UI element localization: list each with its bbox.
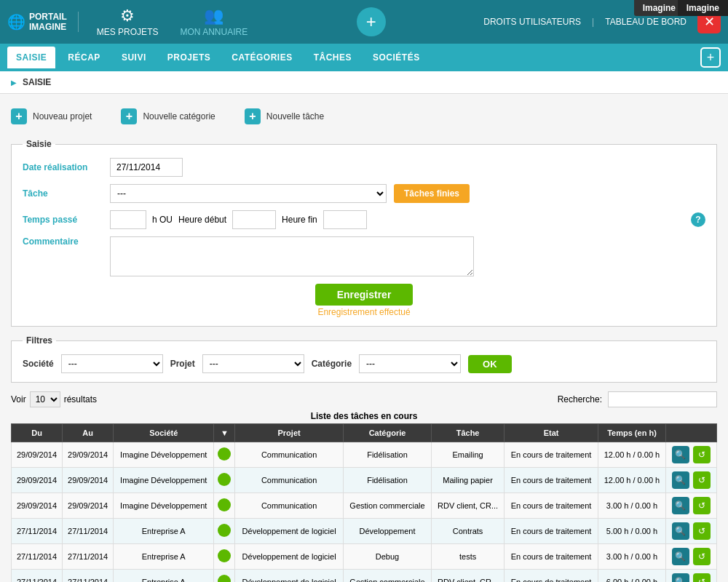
- cell-du: 29/09/2014: [12, 442, 63, 468]
- edit-button[interactable]: ↺: [693, 471, 711, 489]
- view-button[interactable]: 🔍: [672, 522, 689, 540]
- col-sort[interactable]: ▼: [214, 424, 235, 442]
- cell-etat: En cours de traitement: [505, 544, 598, 570]
- nav-projets[interactable]: PROJETS: [159, 47, 220, 68]
- heure-debut-input[interactable]: [232, 210, 276, 229]
- cell-temps: 3.00 h / 0.00 h: [598, 493, 666, 519]
- enregistrer-button[interactable]: Enregistrer: [315, 284, 414, 306]
- cell-societe: Imagine Développement: [114, 493, 214, 519]
- nav-suivi[interactable]: SUIVI: [113, 47, 155, 68]
- view-button[interactable]: 🔍: [672, 548, 689, 565]
- recherche-label: Recherche:: [558, 394, 602, 404]
- plus-icon-1: +: [11, 108, 27, 124]
- cell-status: [214, 544, 235, 570]
- cell-etat: En cours de traitement: [505, 519, 598, 544]
- cell-etat: En cours de traitement: [505, 493, 598, 519]
- heure-fin-input[interactable]: [323, 210, 367, 229]
- cell-tache: RDV client, CR...: [432, 570, 505, 583]
- breadcrumb-arrow: ▶: [11, 79, 17, 87]
- table-row: 29/09/2014 29/09/2014 Imagine Développem…: [12, 442, 717, 468]
- cell-projet: Développement de logiciel: [235, 519, 344, 544]
- filtres-row: Société --- Projet --- Catégorie --- OK: [23, 354, 705, 373]
- cell-categorie: Fidélisation: [343, 442, 431, 468]
- cell-tache: Emailing: [432, 442, 505, 468]
- nav-recap[interactable]: RÉCAP: [59, 47, 109, 68]
- cell-projet: Communication: [235, 493, 344, 519]
- cell-categorie: Développement: [343, 519, 431, 544]
- categorie-select[interactable]: ---: [359, 354, 461, 373]
- cell-societe: Imagine Développement: [114, 468, 214, 493]
- cell-du: 27/11/2014: [12, 570, 63, 583]
- cell-du: 29/09/2014: [12, 493, 63, 519]
- ok-button[interactable]: OK: [468, 355, 512, 373]
- edit-button[interactable]: ↺: [693, 446, 711, 463]
- cell-actions: 🔍 ↺: [665, 519, 716, 544]
- voir-select[interactable]: 10 25 50: [30, 391, 60, 407]
- filtres-fieldset: Filtres Société --- Projet --- Catégorie…: [11, 335, 717, 383]
- cell-societe: Imagine Développement: [114, 442, 214, 468]
- nouvelle-categorie-label: Nouvelle catégorie: [143, 111, 215, 121]
- action-buttons: + Nouveau projet + Nouvelle catégorie + …: [11, 105, 717, 128]
- status-indicator: [218, 575, 231, 582]
- heure-debut-label: Heure début: [178, 215, 226, 225]
- categorie-label: Catégorie: [312, 359, 352, 369]
- cell-tache: RDV client, CR...: [432, 493, 505, 519]
- view-button[interactable]: 🔍: [672, 573, 689, 582]
- view-button[interactable]: 🔍: [672, 497, 689, 514]
- nav-categories[interactable]: CATÉGORIES: [223, 47, 301, 68]
- filtres-legend: Filtres: [23, 335, 56, 346]
- view-button[interactable]: 🔍: [672, 446, 689, 463]
- nav-saisie[interactable]: SAISIE: [7, 47, 55, 68]
- logo-icon: 🌐: [7, 13, 25, 31]
- droits-utilisateurs-link[interactable]: DROITS UTILISATEURS: [483, 17, 581, 27]
- top-bar: 🌐 PORTAIL IMAGINE ⚙ MES PROJETS 👥 MON AN…: [0, 0, 728, 44]
- mon-annuaire-nav[interactable]: 👥 MON ANNUAIRE: [169, 7, 258, 37]
- projet-select[interactable]: ---: [202, 354, 304, 373]
- nouveau-projet-button[interactable]: + Nouveau projet: [11, 108, 92, 124]
- societe-select[interactable]: ---: [61, 354, 163, 373]
- cell-temps: 12.00 h / 0.00 h: [598, 468, 666, 493]
- tache-select[interactable]: ---: [110, 184, 387, 203]
- nouvelle-tache-button[interactable]: + Nouvelle tâche: [245, 108, 324, 124]
- edit-button[interactable]: ↺: [693, 573, 711, 582]
- cell-au: 29/09/2014: [63, 442, 114, 468]
- societe-label: Société: [23, 359, 54, 369]
- search-input[interactable]: [608, 391, 717, 407]
- tache-label: Tâche: [23, 188, 103, 199]
- cell-societe: Entreprise A: [114, 519, 214, 544]
- nav-taches[interactable]: TÂCHES: [305, 47, 360, 68]
- temps-row: Temps passé h OU Heure début Heure fin ?: [23, 210, 705, 229]
- table-row: 29/09/2014 29/09/2014 Imagine Développem…: [12, 468, 717, 493]
- temps-input[interactable]: [110, 210, 146, 229]
- taches-finies-button[interactable]: Tâches finies: [394, 184, 470, 203]
- nav-societes[interactable]: SOCIÉTÉS: [364, 47, 429, 68]
- cell-etat: En cours de traitement: [505, 468, 598, 493]
- status-indicator: [218, 473, 231, 486]
- col-projet: Projet: [235, 424, 344, 442]
- cell-au: 27/11/2014: [63, 544, 114, 570]
- edit-button[interactable]: ↺: [693, 522, 711, 540]
- cell-status: [214, 570, 235, 583]
- cell-projet: Développement de logiciel: [235, 570, 344, 583]
- tableau-de-bord-link[interactable]: TABLEAU DE BORD: [605, 17, 687, 27]
- table-row: 29/09/2014 29/09/2014 Imagine Développem…: [12, 493, 717, 519]
- cell-au: 29/09/2014: [63, 468, 114, 493]
- view-button[interactable]: 🔍: [672, 471, 689, 489]
- breadcrumb: ▶ SAISIE: [0, 71, 728, 94]
- nouvelle-categorie-button[interactable]: + Nouvelle catégorie: [121, 108, 215, 124]
- nav-add-button[interactable]: +: [700, 47, 721, 68]
- projets-icon: ⚙: [120, 7, 135, 25]
- help-icon[interactable]: ?: [691, 212, 705, 227]
- col-societe: Société: [114, 424, 214, 442]
- add-large-button[interactable]: +: [357, 7, 386, 36]
- mes-projets-nav[interactable]: ⚙ MES PROJETS: [86, 7, 170, 37]
- cell-status: [214, 519, 235, 544]
- status-indicator: [218, 549, 231, 562]
- edit-button[interactable]: ↺: [693, 497, 711, 514]
- cell-actions: 🔍 ↺: [665, 493, 716, 519]
- edit-button[interactable]: ↺: [693, 548, 711, 565]
- tache-row: Tâche --- Tâches finies: [23, 184, 705, 203]
- date-input[interactable]: [110, 158, 183, 177]
- col-au: Au: [63, 424, 114, 442]
- commentaire-textarea[interactable]: [110, 236, 474, 276]
